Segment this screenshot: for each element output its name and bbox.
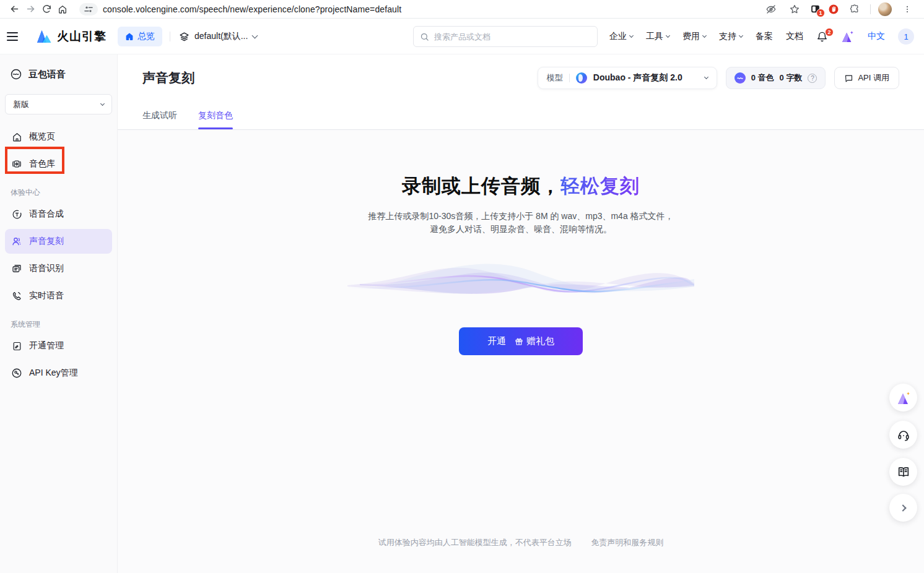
nav-menu-icon[interactable] <box>0 19 25 54</box>
voice-clone-icon <box>11 236 23 247</box>
sidebar-product-header: 豆包语音 <box>0 54 117 82</box>
extension-badge: 1 <box>816 9 825 17</box>
tab-clone-voice[interactable]: 复刻音色 <box>198 110 233 129</box>
headset-icon <box>897 428 910 442</box>
browser-menu-icon[interactable] <box>899 1 915 17</box>
footer-terms-link[interactable]: 免责声明和服务规则 <box>591 538 663 547</box>
volcengine-logo[interactable]: 火山引擎 <box>36 28 107 45</box>
voice-library-icon <box>11 158 23 170</box>
layers-icon <box>179 32 190 42</box>
sidebar-item-realtime-voice[interactable]: 实时语音 <box>5 283 112 308</box>
overview-button[interactable]: 总览 <box>118 27 162 46</box>
chevron-right-icon <box>899 504 906 511</box>
version-select[interactable]: 新版 <box>5 94 112 114</box>
sidebar-item-asr[interactable]: 语音识别 <box>5 256 112 281</box>
project-name: default(默认... <box>194 31 248 42</box>
footer: 试用体验内容均由人工智能模型生成，不代表平台立场 免责声明和服务规则 <box>118 537 924 548</box>
hero-title-accent: 轻松复刻 <box>560 175 640 197</box>
doubao-voice-icon <box>10 68 22 80</box>
nav-menu-billing[interactable]: 费用 <box>682 31 706 42</box>
app-root: console.volcengine.com/speech/new/experi… <box>0 0 924 573</box>
chevron-down-icon <box>704 75 708 79</box>
quota-stats: 0 音色 0 字数 ? <box>726 67 826 89</box>
sidebar-item-label: 声音复刻 <box>29 236 64 247</box>
sidebar-item-label: 概览页 <box>29 131 55 142</box>
url-text[interactable]: console.volcengine.com/speech/new/experi… <box>103 4 401 14</box>
activate-button[interactable]: 开通 赠礼包 <box>459 327 583 355</box>
sidebar-section-system: 系统管理 <box>0 308 117 331</box>
nav-menu-support[interactable]: 支持 <box>719 31 743 42</box>
search-icon <box>420 32 429 41</box>
api-key-icon <box>11 368 23 379</box>
api-icon <box>844 74 853 83</box>
waveform-illustration <box>347 254 694 310</box>
home-icon[interactable] <box>54 1 71 17</box>
project-selector[interactable]: default(默认... <box>179 31 257 42</box>
ai-mountain-icon <box>896 391 911 405</box>
model-divider <box>569 74 570 82</box>
activation-icon <box>11 341 23 351</box>
reload-icon[interactable] <box>38 1 54 17</box>
site-info-icon[interactable] <box>79 3 98 15</box>
tab-bar: 生成试听 复刻音色 <box>142 110 233 129</box>
sidebar-item-api-key[interactable]: API Key管理 <box>5 361 112 386</box>
ai-assistant-icon[interactable] <box>841 30 855 43</box>
page-title: 声音复刻 <box>142 69 194 87</box>
footer-disclaimer: 试用体验内容均由人工智能模型生成，不代表平台立场 <box>378 538 572 547</box>
browser-toolbar: console.volcengine.com/speech/new/experi… <box>0 0 924 19</box>
nav-menu-enterprise[interactable]: 企业 <box>609 31 633 42</box>
nav-menu-docs[interactable]: 文档 <box>786 31 803 42</box>
model-selector[interactable]: 模型 Doubao - 声音复刻 2.0 <box>538 67 717 89</box>
doubao-logo-icon <box>576 72 587 84</box>
realtime-voice-icon <box>11 290 23 301</box>
sidebar-item-activation[interactable]: 开通管理 <box>5 334 112 358</box>
nav-menu-icp[interactable]: 备案 <box>756 31 773 42</box>
forward-icon[interactable] <box>22 1 38 17</box>
nav-divider <box>170 32 170 41</box>
back-icon[interactable] <box>6 1 22 17</box>
float-support-button[interactable] <box>889 421 917 449</box>
gift-icon <box>515 337 523 346</box>
help-icon[interactable]: ? <box>808 74 817 83</box>
adblock-extension-icon[interactable] <box>828 4 839 15</box>
sidebar-item-voice-library[interactable]: 音色库 <box>5 152 112 176</box>
hide-eye-icon[interactable] <box>763 1 779 17</box>
quota-wave-icon <box>734 72 746 84</box>
language-switcher[interactable]: 中文 <box>868 31 885 42</box>
sidebar-item-tts[interactable]: 语音合成 <box>5 202 112 226</box>
tab-generate-audition[interactable]: 生成试听 <box>142 110 177 129</box>
global-search[interactable] <box>413 26 598 47</box>
notification-bell[interactable]: 2 <box>816 31 828 43</box>
overview-label: 总览 <box>137 31 155 42</box>
main-content: 声音复刻 模型 Doubao - 声音复刻 2.0 0 音色 0 字数 ? <box>118 54 924 573</box>
asr-icon <box>11 263 23 274</box>
sidebar-extension-icon[interactable]: 1 <box>810 4 821 14</box>
float-collapse-button[interactable] <box>889 494 917 522</box>
voice-count: 0 音色 <box>751 72 774 84</box>
activate-label: 开通 <box>487 335 506 347</box>
sidebar-item-label: API Key管理 <box>29 368 78 379</box>
extensions-puzzle-icon[interactable] <box>847 1 863 17</box>
account-avatar[interactable]: 1 <box>898 28 914 45</box>
search-input[interactable] <box>434 32 591 41</box>
nav-menu-tools[interactable]: 工具 <box>646 31 669 42</box>
sidebar-item-label: 语音合成 <box>29 209 64 220</box>
sidebar: 豆包语音 新版 概览页 音色库 体验中心 语音合成 <box>0 54 118 573</box>
float-ai-assistant-button[interactable] <box>889 384 917 411</box>
sidebar-section-experience: 体验中心 <box>0 176 117 199</box>
chevron-down-icon <box>252 33 258 39</box>
overview-page-icon <box>11 132 23 142</box>
browser-divider <box>870 4 871 14</box>
sidebar-item-overview[interactable]: 概览页 <box>5 124 112 149</box>
browser-profile-avatar[interactable] <box>878 2 892 16</box>
api-call-button[interactable]: API 调用 <box>834 67 899 89</box>
book-icon <box>897 465 910 479</box>
hero-description: 推荐上传或录制10-30s音频，上传支持小于 8M 的 wav、mp3、m4a … <box>118 210 924 236</box>
sidebar-item-label: 音色库 <box>29 158 55 170</box>
gift-label: 赠礼包 <box>526 335 554 347</box>
char-count: 0 字数 <box>780 72 803 84</box>
sidebar-item-voice-clone[interactable]: 声音复刻 <box>5 229 112 254</box>
sidebar-item-label: 语音识别 <box>29 263 64 274</box>
bookmark-star-icon[interactable] <box>787 1 803 17</box>
float-docs-button[interactable] <box>889 458 917 486</box>
